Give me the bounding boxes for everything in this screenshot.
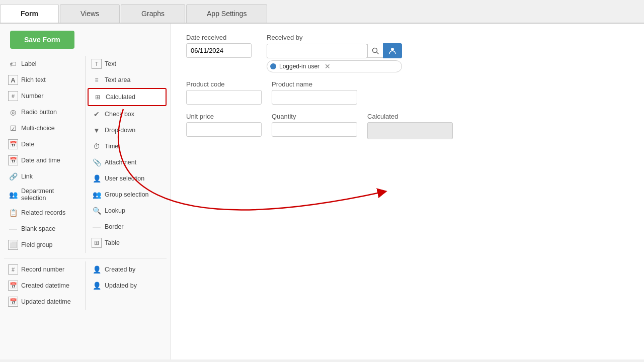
calculated-label: Calculated [367, 113, 453, 120]
field-calculated[interactable]: ⊞ Calculated [88, 88, 167, 106]
calculated-icon: ⊞ [93, 92, 103, 102]
field-related-records[interactable]: 📋 Related records [4, 205, 83, 221]
label-icon: 🏷 [8, 59, 18, 69]
field-group-icon: ⬜ [8, 240, 18, 250]
created-datetime-icon: 📅 [8, 281, 18, 291]
record-number-icon: # [8, 264, 18, 275]
svg-line-1 [377, 52, 379, 54]
created-by-icon: 👤 [92, 264, 102, 275]
lookup-icon: 🔍 [92, 206, 102, 216]
attachment-icon: 📎 [92, 157, 102, 167]
field-attachment[interactable]: 📎 Attachment [88, 154, 167, 170]
group-selection-icon: 👥 [92, 190, 102, 200]
number-icon: # [8, 91, 18, 101]
updated-by-icon: 👤 [92, 281, 102, 291]
time-icon: ⏱ [92, 141, 102, 151]
form-row-received: Date received Received by [186, 34, 629, 72]
tab-app-settings[interactable]: App Settings [186, 4, 267, 23]
field-col-1: 🏷 Label A Rich text # Number ◎ Radio but… [4, 56, 83, 253]
calculated-field-display [367, 122, 453, 139]
field-updated-by[interactable]: 👤 Updated by [88, 278, 167, 294]
save-btn-area: Save Form [0, 24, 171, 56]
field-lookup[interactable]: 🔍 Lookup [88, 203, 167, 219]
related-records-icon: 📋 [8, 208, 18, 218]
field-table[interactable]: ⊞ Table [88, 235, 167, 251]
field-number[interactable]: # Number [4, 88, 83, 104]
field-record-number[interactable]: # Record number [4, 261, 83, 278]
tab-views[interactable]: Views [60, 4, 120, 23]
field-department-selection[interactable]: 👥 Department selection [4, 185, 83, 205]
field-border[interactable]: — Border [88, 219, 167, 235]
quantity-input[interactable] [272, 122, 357, 137]
field-rich-text[interactable]: A Rich text [4, 72, 83, 88]
date-received-input[interactable] [186, 43, 252, 58]
field-time[interactable]: ⏱ Time [88, 138, 167, 154]
field-blank-space[interactable]: — Blank space [4, 221, 83, 237]
right-panel: Date received Received by [171, 24, 644, 359]
field-check-box[interactable]: ✔ Check box [88, 106, 167, 122]
field-radio-button[interactable]: ◎ Radio button [4, 104, 83, 120]
received-by-input[interactable] [267, 44, 367, 58]
field-label[interactable]: 🏷 Label [4, 56, 83, 72]
product-code-input[interactable] [186, 90, 262, 105]
radio-icon: ◎ [8, 107, 18, 117]
unit-price-input[interactable] [186, 122, 262, 137]
form-field-date-received: Date received [186, 34, 257, 72]
check-box-icon: ✔ [92, 109, 102, 119]
date-time-icon: 📅 [8, 155, 18, 165]
form-field-product-name: Product name [272, 80, 357, 105]
form-field-calculated: Calculated [367, 113, 453, 139]
product-name-label: Product name [272, 80, 357, 88]
field-grid-main: 🏷 Label A Rich text # Number ◎ Radio but… [0, 56, 171, 255]
user-icon [388, 47, 396, 55]
field-link[interactable]: 🔗 Link [4, 168, 83, 185]
form-field-product-code: Product code [186, 80, 262, 105]
blank-space-icon: — [8, 224, 18, 234]
left-panel: Save Form 🏷 Label A Rich text # Number [0, 24, 171, 359]
form-field-received-by: Received by Logged-in user ✕ [267, 34, 402, 72]
tabs-bar: Form Views Graphs App Settings [0, 0, 644, 24]
link-icon: 🔗 [8, 171, 18, 182]
rich-text-icon: A [8, 75, 18, 85]
field-created-by[interactable]: 👤 Created by [88, 261, 167, 278]
logged-in-tag: Logged-in user ✕ [267, 60, 402, 72]
form-field-quantity: Quantity [272, 113, 357, 139]
logged-in-label: Logged-in user [279, 63, 319, 70]
tab-form[interactable]: Form [0, 4, 59, 23]
tab-graphs[interactable]: Graphs [121, 4, 185, 23]
logged-in-dot [270, 63, 276, 69]
save-form-button[interactable]: Save Form [10, 31, 74, 49]
field-updated-datetime[interactable]: 📅 Updated datetime [4, 294, 83, 310]
col-divider [85, 56, 86, 253]
field-date[interactable]: 📅 Date [4, 136, 83, 152]
form-row-product: Product code Product name [186, 80, 629, 105]
field-user-selection[interactable]: 👤 User selection [88, 170, 167, 187]
close-tag-button[interactable]: ✕ [325, 62, 331, 70]
search-button[interactable] [367, 44, 383, 58]
field-col-system-2: 👤 Created by 👤 Updated by [88, 261, 167, 310]
department-icon: 👥 [8, 190, 18, 200]
field-created-datetime[interactable]: 📅 Created datetime [4, 278, 83, 294]
field-date-time[interactable]: 📅 Date and time [4, 152, 83, 168]
received-by-input-wrap [267, 43, 402, 58]
field-drop-down[interactable]: ▼ Drop-down [88, 122, 167, 138]
updated-datetime-icon: 📅 [8, 297, 18, 307]
field-text[interactable]: T Text [88, 56, 167, 72]
field-grid-system: # Record number 📅 Created datetime 📅 Upd… [0, 261, 171, 312]
field-field-group[interactable]: ⬜ Field group [4, 237, 83, 253]
product-code-label: Product code [186, 80, 262, 88]
table-icon: ⊞ [92, 238, 102, 248]
text-icon: T [92, 59, 102, 69]
svg-point-2 [391, 48, 394, 51]
date-received-label: Date received [186, 34, 257, 41]
user-icon-button[interactable] [383, 43, 402, 58]
field-col-2: T Text ≡ Text area ⊞ Calculated ✔ Check … [88, 56, 167, 253]
field-text-area[interactable]: ≡ Text area [88, 72, 167, 88]
field-group-selection[interactable]: 👥 Group selection [88, 187, 167, 203]
drop-down-icon: ▼ [92, 125, 102, 135]
main-content: Save Form 🏷 Label A Rich text # Number [0, 24, 644, 359]
multi-choice-icon: ☑ [8, 123, 18, 133]
field-multi-choice[interactable]: ☑ Multi-choice [4, 120, 83, 136]
date-icon: 📅 [8, 139, 18, 149]
product-name-input[interactable] [272, 90, 357, 105]
